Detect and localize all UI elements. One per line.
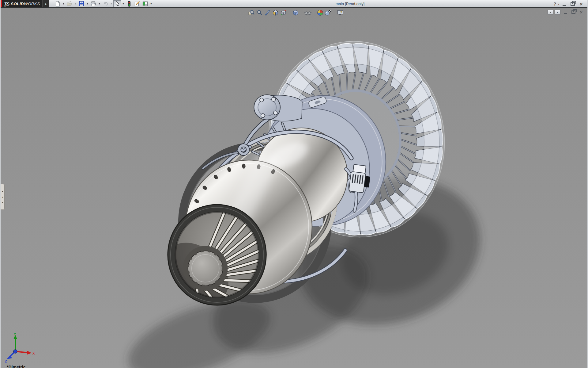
restore-icon bbox=[571, 2, 575, 6]
solidworks-logo: ƷS SOLIDWORKS bbox=[2, 0, 42, 7]
help-icon: ? bbox=[553, 2, 556, 6]
undo-dropdown[interactable]: ▾ bbox=[109, 0, 113, 7]
dropdown-icon: ▾ bbox=[63, 2, 64, 5]
view-orientation-icon bbox=[272, 10, 279, 16]
triad-y-label: Y bbox=[14, 332, 16, 336]
save-icon bbox=[79, 1, 84, 6]
restore-button[interactable] bbox=[569, 2, 576, 7]
solidworks-logo-mark: ƷS bbox=[4, 1, 9, 6]
print-dropdown[interactable]: ▾ bbox=[97, 0, 101, 7]
view-settings-icon bbox=[337, 10, 344, 16]
save-button[interactable] bbox=[77, 0, 85, 7]
select-cursor-icon bbox=[115, 1, 120, 6]
options-dropdown[interactable]: ▾ bbox=[149, 0, 153, 7]
eyeglasses-icon bbox=[304, 10, 311, 16]
zoom-to-fit-button[interactable] bbox=[247, 9, 255, 16]
display-style-icon bbox=[280, 10, 287, 16]
document-minimize-button[interactable] bbox=[562, 10, 568, 14]
flyout-arrow-icon: ▸ bbox=[45, 2, 47, 6]
minimize-icon bbox=[564, 10, 567, 14]
select-dropdown[interactable]: ▾ bbox=[121, 0, 125, 7]
close-icon: × bbox=[580, 10, 583, 14]
reference-triad: Y X Z bbox=[2, 332, 37, 363]
rebuild-traffic-light-icon bbox=[127, 1, 131, 7]
feature-tree-collapse-tab[interactable]: ◂ ◂ ◂ bbox=[1, 184, 5, 210]
file-properties-button[interactable] bbox=[133, 0, 141, 7]
new-document-dropdown[interactable]: ▾ bbox=[62, 0, 65, 7]
print-icon bbox=[90, 1, 96, 6]
undo-button[interactable] bbox=[101, 0, 109, 7]
print-button[interactable] bbox=[89, 0, 97, 7]
solidworks-logo-text-bold: SOLID bbox=[11, 2, 24, 6]
document-window-controls: ◄ ► × bbox=[548, 10, 584, 14]
prev-arrow-icon: ◄ bbox=[549, 11, 552, 13]
open-document-icon bbox=[66, 1, 72, 6]
next-arrow-icon: ► bbox=[557, 11, 559, 13]
open-document-dropdown[interactable]: ▾ bbox=[74, 0, 77, 7]
triad-z-label: Z bbox=[5, 359, 7, 363]
restore-icon bbox=[571, 10, 575, 14]
view-settings-button[interactable] bbox=[336, 9, 344, 16]
zoom-to-fit-icon bbox=[248, 10, 255, 16]
new-document-button[interactable] bbox=[54, 0, 61, 7]
appearance-ball-icon bbox=[317, 10, 323, 16]
edit-appearance-button[interactable] bbox=[316, 9, 324, 16]
titlebar-controls: ? ▾ × bbox=[553, 1, 585, 7]
3d-viewport-canvas[interactable] bbox=[1, 8, 587, 368]
document-close-button[interactable]: × bbox=[578, 10, 584, 14]
headsup-view-toolbar bbox=[247, 9, 344, 16]
apply-scene-button[interactable] bbox=[324, 9, 332, 16]
help-dropdown[interactable]: ▾ bbox=[558, 3, 559, 6]
file-properties-icon bbox=[134, 1, 140, 6]
dropdown-icon: ▾ bbox=[111, 2, 112, 5]
solidworks-logo-text-light: WORKS bbox=[24, 2, 40, 6]
main-toolbar: ▾ ▾ ▾ bbox=[54, 0, 153, 7]
minimize-icon bbox=[563, 2, 566, 6]
shaded-with-edges-button[interactable] bbox=[292, 9, 300, 16]
select-button[interactable] bbox=[113, 0, 121, 7]
previous-pane-button[interactable]: ◄ bbox=[548, 10, 553, 14]
collapse-arrow-icon: ◂ bbox=[2, 201, 3, 204]
shaded-cube-icon bbox=[292, 10, 299, 16]
collapse-arrow-icon: ◂ bbox=[2, 190, 3, 193]
zoom-to-area-button[interactable] bbox=[255, 9, 263, 16]
graphics-viewport[interactable]: ◄ ► × ◂ ◂ ◂ Y X Z *Dimetric bbox=[1, 8, 587, 368]
dropdown-icon: ▾ bbox=[150, 2, 152, 5]
next-pane-button[interactable]: ► bbox=[555, 10, 560, 14]
options-button[interactable] bbox=[141, 0, 149, 7]
dropdown-icon: ▾ bbox=[123, 2, 124, 5]
view-orientation-button[interactable] bbox=[271, 9, 279, 16]
zoom-to-area-icon bbox=[256, 10, 263, 16]
save-dropdown[interactable]: ▾ bbox=[85, 0, 89, 7]
options-icon bbox=[142, 1, 148, 6]
apply-scene-icon bbox=[325, 10, 331, 16]
minimize-button[interactable] bbox=[560, 2, 568, 7]
section-view-icon bbox=[264, 10, 271, 16]
document-restore-button[interactable] bbox=[570, 10, 576, 14]
view-orientation-label: *Dimetric bbox=[7, 365, 25, 368]
new-document-icon bbox=[55, 1, 60, 6]
titlebar: ƷS SOLIDWORKS ▸ ▾ ▾ bbox=[1, 0, 587, 8]
undo-icon bbox=[103, 1, 108, 6]
triad-x-label: X bbox=[32, 351, 35, 355]
close-button[interactable]: × bbox=[578, 2, 585, 7]
menu-flyout-button[interactable]: ▸ bbox=[42, 0, 49, 7]
dropdown-icon: ▾ bbox=[87, 2, 88, 5]
dropdown-icon: ▾ bbox=[558, 3, 559, 6]
window-title: main [Read-only] bbox=[336, 2, 365, 6]
close-icon: × bbox=[580, 2, 583, 7]
rebuild-button[interactable] bbox=[125, 0, 133, 7]
display-style-button[interactable] bbox=[279, 9, 287, 16]
section-view-button[interactable] bbox=[263, 9, 271, 16]
hide-show-items-button[interactable] bbox=[304, 9, 312, 16]
collapse-arrow-icon: ◂ bbox=[2, 196, 3, 198]
solidworks-window: ƷS SOLIDWORKS ▸ ▾ ▾ bbox=[0, 0, 588, 368]
dropdown-icon: ▾ bbox=[75, 2, 76, 5]
help-button[interactable]: ? bbox=[553, 2, 557, 6]
dropdown-icon: ▾ bbox=[99, 2, 100, 5]
open-document-button[interactable] bbox=[66, 0, 73, 7]
